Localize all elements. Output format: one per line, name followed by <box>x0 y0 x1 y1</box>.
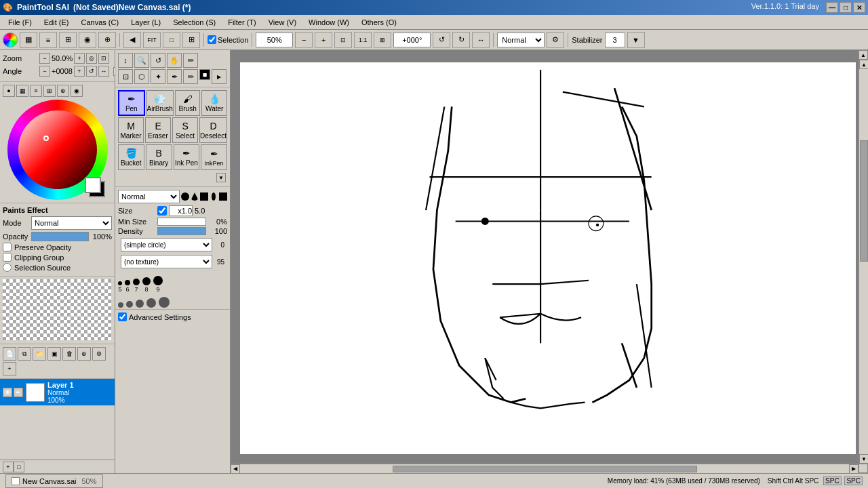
preset2-select[interactable]: (no texture) <box>121 255 212 268</box>
tool-select-free[interactable]: ✒ <box>167 69 182 84</box>
rotate-right[interactable]: ↻ <box>452 32 470 48</box>
menu-window[interactable]: Window (W) <box>303 17 355 28</box>
tip-color-swatch[interactable] <box>219 192 227 201</box>
tool-zoom[interactable]: 🔍 <box>134 53 149 68</box>
layer-bottom-btn2[interactable]: □ <box>14 462 24 472</box>
brush-select[interactable]: S Select <box>172 117 198 143</box>
v-scroll-up[interactable]: ▲ <box>859 60 868 69</box>
dot-7[interactable]: 7 <box>133 279 140 293</box>
size-pressure-check[interactable] <box>157 206 167 216</box>
stabilizer-input[interactable] <box>605 33 625 47</box>
brush-bucket[interactable]: 🪣 Bucket <box>118 144 144 170</box>
tool-select-magic[interactable]: ✦ <box>151 69 165 84</box>
density-slider[interactable] <box>157 227 206 235</box>
scroll-top-btn[interactable]: ▲ <box>859 50 868 60</box>
dot-dark-5[interactable] <box>159 297 170 308</box>
layer-new-btn[interactable]: 📄 <box>3 347 16 361</box>
color-mode-square[interactable]: ▦ <box>16 85 28 97</box>
paints-mode-select[interactable]: Normal <box>31 216 112 230</box>
maximize-button[interactable]: □ <box>840 2 852 13</box>
h-scrollbar[interactable]: ◀ ▶ <box>231 464 859 473</box>
color-list-btn[interactable]: ≡ <box>39 32 57 48</box>
menu-filter[interactable]: Filter (T) <box>222 17 262 28</box>
rotate-left[interactable]: ↺ <box>433 32 450 48</box>
color-mode-bars[interactable]: ≡ <box>30 85 42 97</box>
dot-5[interactable]: 5 <box>118 281 122 293</box>
preset1-select[interactable]: (simple circle) <box>121 238 212 251</box>
rotate-flip[interactable]: ↔ <box>472 32 490 48</box>
zoom-canvas[interactable]: ⊠ <box>374 32 391 48</box>
dot-8[interactable]: 8 <box>142 277 151 293</box>
color-history-btn[interactable]: ⊕ <box>98 32 116 48</box>
layer-visibility-icon[interactable]: 👁 <box>3 388 12 397</box>
zoom-reset2[interactable]: ◎ <box>86 53 97 64</box>
clipping-group-check[interactable] <box>3 253 12 262</box>
canvas-area[interactable]: ▲ <box>231 50 868 473</box>
layer-item[interactable]: 👁 ✒ Layer 1 Normal 100% <box>0 379 115 406</box>
tool-select-rect[interactable]: ⊡ <box>118 69 133 84</box>
color-wheel[interactable] <box>7 100 108 200</box>
layer-folder-btn[interactable]: 📁 <box>33 347 46 361</box>
dot-dark-4[interactable] <box>146 298 156 308</box>
brush-water[interactable]: 💧 Water <box>201 90 227 116</box>
h-scroll-left[interactable]: ◀ <box>231 464 240 474</box>
angle-inc[interactable]: + <box>74 66 85 77</box>
brush-mode-select[interactable]: Normal <box>118 190 180 203</box>
brush-eraser[interactable]: E Eraser <box>145 117 171 143</box>
size-value[interactable] <box>169 205 193 216</box>
brush-inkpen[interactable]: ✒ Ink Pen <box>174 144 200 170</box>
tip-square[interactable] <box>200 192 208 201</box>
brush-marker[interactable]: M Marker <box>118 117 144 143</box>
mode-settings[interactable]: ⚙ <box>547 32 564 48</box>
color-mode-circle[interactable]: ● <box>3 85 15 97</box>
zoom-fit[interactable]: ⊡ <box>334 32 352 48</box>
angle-dec[interactable]: − <box>39 66 50 77</box>
brush-inkpen2[interactable]: ✒ InkPen <box>201 144 227 170</box>
zoom-plus[interactable]: + <box>315 32 332 48</box>
min-size-slider[interactable] <box>157 218 206 226</box>
rotation-input[interactable]: +000° <box>393 33 431 47</box>
menu-selection[interactable]: Selection (S) <box>167 17 221 28</box>
dot-dark-1[interactable] <box>118 302 123 308</box>
dot-9[interactable]: 9 <box>153 276 163 293</box>
color-mode-hist[interactable]: ◉ <box>71 85 83 97</box>
angle-reset[interactable]: ↺ <box>86 66 97 77</box>
selection-checkbox-label[interactable]: Selection <box>208 35 248 44</box>
dot-dark-3[interactable] <box>136 300 144 308</box>
h-scroll-right[interactable]: ▶ <box>849 464 859 474</box>
v-scroll-thumb[interactable] <box>860 140 868 262</box>
color-picker-btn[interactable]: ◉ <box>79 32 96 48</box>
color-mode-wheel[interactable]: ⊕ <box>57 85 69 97</box>
tool-move[interactable]: ↕ <box>118 53 133 68</box>
tip-round[interactable] <box>181 192 189 201</box>
tip-oval[interactable] <box>212 192 216 201</box>
grid-btn[interactable]: ⊞ <box>182 32 200 48</box>
color-grid-btn[interactable]: ⊞ <box>59 32 77 48</box>
layer-settings-btn[interactable]: ⚙ <box>92 347 106 361</box>
selection-source-radio[interactable] <box>3 263 12 272</box>
blend-mode-select[interactable]: Normal <box>497 33 545 47</box>
v-scrollbar[interactable]: ▲ ▼ <box>859 60 868 464</box>
zoom-reset[interactable]: 1:1 <box>354 32 372 48</box>
stabilizer-dropdown[interactable]: ▼ <box>627 32 645 48</box>
tool-select-extra[interactable]: ✏ <box>183 69 198 84</box>
layer-mask-btn[interactable]: ▣ <box>47 347 61 361</box>
brush-airbrush[interactable]: 💨 AirBrush <box>146 90 174 116</box>
dot-dark-2[interactable] <box>126 301 133 308</box>
tool-hand[interactable]: ✋ <box>167 53 182 68</box>
zoom-dec[interactable]: − <box>39 53 50 64</box>
color-mode-grid[interactable]: ⊞ <box>43 85 56 97</box>
h-scroll-thumb[interactable] <box>393 466 697 472</box>
minimize-button[interactable]: — <box>826 2 838 13</box>
menu-layer[interactable]: Layer (L) <box>125 17 166 28</box>
fit-btn[interactable]: FIT <box>143 32 161 48</box>
tip-triangle[interactable] <box>191 192 199 201</box>
full-btn[interactable]: □ <box>163 32 180 48</box>
dot-6[interactable]: 6 <box>125 280 130 293</box>
tool-color-pick[interactable]: ✏ <box>183 53 198 68</box>
menu-file[interactable]: File (F) <box>3 17 37 28</box>
close-button[interactable]: ✕ <box>853 2 865 13</box>
tool-select-lasso[interactable]: ⬡ <box>134 69 149 84</box>
angle-flip[interactable]: ↔ <box>98 66 109 77</box>
layer-bottom-btn1[interactable]: + <box>3 462 14 472</box>
